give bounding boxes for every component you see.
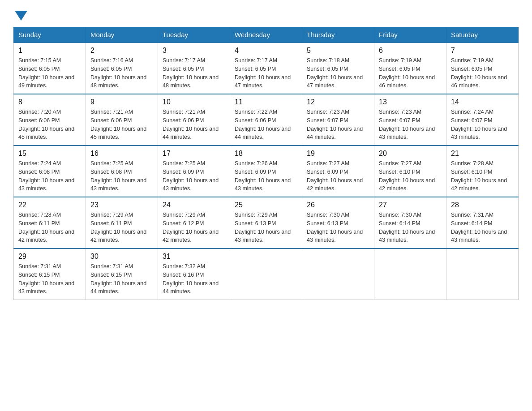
day-number: 21 [451, 150, 514, 158]
calendar-cell: 25 Sunrise: 7:29 AMSunset: 6:13 PMDaylig… [230, 197, 302, 248]
calendar-cell [446, 248, 519, 300]
day-info: Sunrise: 7:19 AMSunset: 6:05 PMDaylight:… [451, 56, 514, 90]
calendar-cell: 10 Sunrise: 7:21 AMSunset: 6:06 PMDaylig… [158, 94, 230, 146]
calendar-cell: 31 Sunrise: 7:32 AMSunset: 6:16 PMDaylig… [158, 248, 230, 300]
day-number: 29 [18, 253, 81, 261]
day-number: 4 [235, 47, 297, 55]
day-info: Sunrise: 7:28 AMSunset: 6:10 PMDaylight:… [451, 159, 514, 193]
day-number: 25 [235, 201, 297, 209]
day-info: Sunrise: 7:29 AMSunset: 6:11 PMDaylight:… [90, 211, 153, 244]
calendar-cell: 13 Sunrise: 7:23 AMSunset: 6:07 PMDaylig… [374, 94, 446, 146]
day-number: 13 [379, 98, 442, 106]
calendar-cell: 16 Sunrise: 7:25 AMSunset: 6:08 PMDaylig… [86, 146, 158, 197]
day-info: Sunrise: 7:21 AMSunset: 6:06 PMDaylight:… [90, 108, 153, 141]
calendar-cell [230, 248, 302, 300]
day-number: 8 [18, 98, 81, 106]
weekday-header-saturday: Saturday [446, 27, 519, 43]
calendar-cell: 18 Sunrise: 7:26 AMSunset: 6:09 PMDaylig… [230, 146, 302, 197]
day-number: 19 [307, 150, 369, 158]
day-info: Sunrise: 7:24 AMSunset: 6:08 PMDaylight:… [18, 159, 81, 193]
calendar-week-row: 29 Sunrise: 7:31 AMSunset: 6:15 PMDaylig… [14, 248, 519, 300]
calendar-cell: 6 Sunrise: 7:19 AMSunset: 6:05 PMDayligh… [374, 43, 446, 94]
day-number: 14 [451, 98, 514, 106]
day-number: 6 [379, 47, 442, 55]
day-number: 28 [451, 201, 514, 209]
calendar-cell: 3 Sunrise: 7:17 AMSunset: 6:05 PMDayligh… [158, 43, 230, 94]
calendar-cell: 30 Sunrise: 7:31 AMSunset: 6:15 PMDaylig… [86, 248, 158, 300]
weekday-header-monday: Monday [86, 27, 158, 43]
day-info: Sunrise: 7:30 AMSunset: 6:14 PMDaylight:… [379, 211, 442, 244]
day-info: Sunrise: 7:25 AMSunset: 6:09 PMDaylight:… [163, 159, 225, 193]
day-number: 15 [18, 150, 81, 158]
day-info: Sunrise: 7:24 AMSunset: 6:07 PMDaylight:… [451, 108, 514, 141]
day-number: 23 [90, 201, 153, 209]
calendar-week-row: 8 Sunrise: 7:20 AMSunset: 6:06 PMDayligh… [14, 94, 519, 146]
calendar-cell: 23 Sunrise: 7:29 AMSunset: 6:11 PMDaylig… [86, 197, 158, 248]
day-info: Sunrise: 7:31 AMSunset: 6:15 PMDaylight:… [18, 262, 81, 296]
calendar-cell: 14 Sunrise: 7:24 AMSunset: 6:07 PMDaylig… [446, 94, 519, 146]
calendar-cell: 2 Sunrise: 7:16 AMSunset: 6:05 PMDayligh… [86, 43, 158, 94]
day-number: 2 [90, 47, 153, 55]
calendar-cell [302, 248, 374, 300]
calendar-cell: 12 Sunrise: 7:23 AMSunset: 6:07 PMDaylig… [302, 94, 374, 146]
day-info: Sunrise: 7:18 AMSunset: 6:05 PMDaylight:… [307, 56, 369, 90]
day-number: 26 [307, 201, 369, 209]
day-number: 31 [163, 253, 225, 261]
day-info: Sunrise: 7:17 AMSunset: 6:05 PMDaylight:… [235, 56, 297, 90]
day-info: Sunrise: 7:25 AMSunset: 6:08 PMDaylight:… [90, 159, 153, 193]
day-number: 17 [163, 150, 225, 158]
day-number: 7 [451, 47, 514, 55]
calendar-cell: 4 Sunrise: 7:17 AMSunset: 6:05 PMDayligh… [230, 43, 302, 94]
day-info: Sunrise: 7:17 AMSunset: 6:05 PMDaylight:… [163, 56, 225, 90]
day-number: 3 [163, 47, 225, 55]
calendar-week-row: 15 Sunrise: 7:24 AMSunset: 6:08 PMDaylig… [14, 146, 519, 197]
weekday-header-thursday: Thursday [302, 27, 374, 43]
day-number: 20 [379, 150, 442, 158]
calendar-table: SundayMondayTuesdayWednesdayThursdayFrid… [13, 27, 519, 300]
day-number: 22 [18, 201, 81, 209]
day-info: Sunrise: 7:31 AMSunset: 6:14 PMDaylight:… [451, 211, 514, 244]
day-info: Sunrise: 7:30 AMSunset: 6:13 PMDaylight:… [307, 211, 369, 244]
calendar-cell: 24 Sunrise: 7:29 AMSunset: 6:12 PMDaylig… [158, 197, 230, 248]
day-number: 24 [163, 201, 225, 209]
weekday-header-wednesday: Wednesday [230, 27, 302, 43]
day-info: Sunrise: 7:29 AMSunset: 6:12 PMDaylight:… [163, 211, 225, 244]
day-number: 11 [235, 98, 297, 106]
calendar-cell: 26 Sunrise: 7:30 AMSunset: 6:13 PMDaylig… [302, 197, 374, 248]
calendar-cell: 5 Sunrise: 7:18 AMSunset: 6:05 PMDayligh… [302, 43, 374, 94]
day-number: 9 [90, 98, 153, 106]
day-info: Sunrise: 7:22 AMSunset: 6:06 PMDaylight:… [235, 108, 297, 141]
day-info: Sunrise: 7:31 AMSunset: 6:15 PMDaylight:… [90, 262, 153, 296]
day-info: Sunrise: 7:32 AMSunset: 6:16 PMDaylight:… [163, 262, 225, 296]
day-info: Sunrise: 7:27 AMSunset: 6:09 PMDaylight:… [307, 159, 369, 193]
day-info: Sunrise: 7:16 AMSunset: 6:05 PMDaylight:… [90, 56, 153, 90]
day-info: Sunrise: 7:29 AMSunset: 6:13 PMDaylight:… [235, 211, 297, 244]
day-info: Sunrise: 7:20 AMSunset: 6:06 PMDaylight:… [18, 108, 81, 141]
calendar-cell: 27 Sunrise: 7:30 AMSunset: 6:14 PMDaylig… [374, 197, 446, 248]
day-number: 16 [90, 150, 153, 158]
calendar-cell: 11 Sunrise: 7:22 AMSunset: 6:06 PMDaylig… [230, 94, 302, 146]
day-number: 12 [307, 98, 369, 106]
calendar-cell: 20 Sunrise: 7:27 AMSunset: 6:10 PMDaylig… [374, 146, 446, 197]
day-number: 30 [90, 253, 153, 261]
calendar-header-row: SundayMondayTuesdayWednesdayThursdayFrid… [14, 27, 519, 43]
day-number: 10 [163, 98, 225, 106]
day-info: Sunrise: 7:19 AMSunset: 6:05 PMDaylight:… [379, 56, 442, 90]
day-info: Sunrise: 7:27 AMSunset: 6:10 PMDaylight:… [379, 159, 442, 193]
calendar-cell: 7 Sunrise: 7:19 AMSunset: 6:05 PMDayligh… [446, 43, 519, 94]
day-number: 18 [235, 150, 297, 158]
day-info: Sunrise: 7:21 AMSunset: 6:06 PMDaylight:… [163, 108, 225, 141]
day-number: 5 [307, 47, 369, 55]
page-header [13, 9, 519, 19]
weekday-header-tuesday: Tuesday [158, 27, 230, 43]
calendar-cell: 17 Sunrise: 7:25 AMSunset: 6:09 PMDaylig… [158, 146, 230, 197]
day-info: Sunrise: 7:23 AMSunset: 6:07 PMDaylight:… [379, 108, 442, 141]
calendar-cell: 19 Sunrise: 7:27 AMSunset: 6:09 PMDaylig… [302, 146, 374, 197]
day-info: Sunrise: 7:23 AMSunset: 6:07 PMDaylight:… [307, 108, 369, 141]
calendar-cell [374, 248, 446, 300]
day-number: 27 [379, 201, 442, 209]
calendar-cell: 21 Sunrise: 7:28 AMSunset: 6:10 PMDaylig… [446, 146, 519, 197]
calendar-week-row: 1 Sunrise: 7:15 AMSunset: 6:05 PMDayligh… [14, 43, 519, 94]
weekday-header-friday: Friday [374, 27, 446, 43]
day-number: 1 [18, 47, 81, 55]
